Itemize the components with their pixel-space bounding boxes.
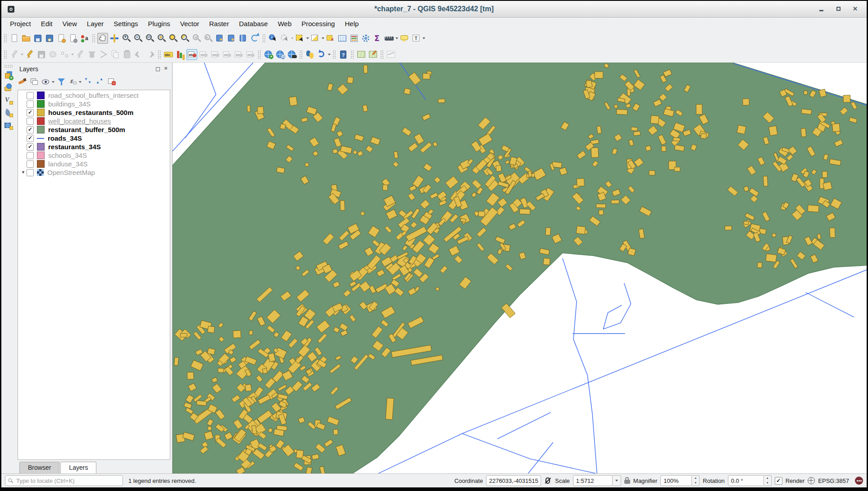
toolbar-handle[interactable] [92,34,95,43]
toggle-editing-button[interactable] [24,49,35,60]
close-button[interactable] [852,5,859,13]
layer-row[interactable]: ✓restaurant_buffer_500m [18,125,170,134]
layer-row[interactable]: road_school_buffers_intersect [18,91,170,100]
layer-swatch[interactable] [37,100,45,108]
toolbar-handle[interactable] [262,34,266,43]
change-label-button[interactable] [245,49,256,60]
menu-project[interactable]: Project [5,18,36,29]
lock-scale-icon[interactable] [624,477,630,484]
move-label-button[interactable] [222,49,232,60]
save-project-button[interactable] [32,33,43,44]
minimize-button[interactable] [818,5,825,13]
menu-edit[interactable]: Edit [36,18,58,29]
menu-vector[interactable]: Vector [175,18,205,29]
close-panel-icon[interactable] [164,66,169,72]
menu-raster[interactable]: Raster [204,18,234,29]
layer-checkbox[interactable] [27,161,34,168]
maximize-button[interactable] [835,5,842,13]
zoom-in-button[interactable] [121,33,132,44]
vertex-tool-button[interactable] [59,49,70,60]
layer-diagram-button[interactable] [175,49,186,60]
expand-all-button[interactable] [83,77,93,87]
layer-checkbox[interactable]: ✓ [27,126,34,133]
zoom-full-button[interactable] [156,33,167,44]
undo-button[interactable] [133,49,144,60]
layer-checkbox[interactable] [27,152,34,159]
collapse-all-button[interactable] [95,77,105,87]
highlight-pinned-labels-button[interactable] [198,49,209,60]
map-canvas[interactable] [173,63,867,473]
crs-status[interactable]: EPSG:3857 [818,477,849,484]
layer-swatch[interactable] [37,109,45,116]
open-project-button[interactable] [21,33,32,44]
layer-row[interactable]: landuse_34S [18,160,170,168]
zoom-to-layer-button[interactable] [179,33,190,44]
layer-checkbox[interactable] [27,92,34,99]
layer-swatch[interactable] [37,160,45,168]
select-by-form-button[interactable] [310,33,321,44]
new-spatial-bookmark-button[interactable] [214,33,225,44]
osm-style-button[interactable] [368,49,378,60]
show-hide-labels-button[interactable] [210,49,221,60]
metasearch-button[interactable] [286,49,297,60]
layer-checkbox[interactable]: ✓ [27,135,34,142]
field-calculator-button[interactable] [349,33,359,44]
locate-input[interactable] [15,477,120,485]
map-svg[interactable] [173,63,867,473]
open-layer-styling-button[interactable] [18,77,27,87]
scale-dropdown-button[interactable] [613,475,621,486]
menu-view[interactable]: View [58,18,82,29]
undock-panel-icon[interactable] [155,66,161,72]
menu-processing[interactable]: Processing [296,18,340,29]
layer-row[interactable]: ▼OpenStreetMap [18,168,170,177]
layer-swatch[interactable] [37,117,45,125]
filter-legend-button[interactable] [56,77,66,87]
pin-labels-button[interactable] [186,49,197,60]
toolbar-handle[interactable] [158,50,161,59]
run-feature-action-button[interactable] [279,33,290,44]
layer-checkbox[interactable] [27,118,34,125]
scale-combo[interactable]: 1:5712 [573,475,613,486]
magnifier-field[interactable]: 100% [660,475,692,486]
layer-checkbox[interactable]: ✓ [27,109,34,116]
rotation-field[interactable]: 0.0 ° [728,475,764,486]
toolbar-handle[interactable] [258,50,261,59]
new-print-layout-button[interactable] [56,33,67,44]
toolbar-handle[interactable] [380,50,384,59]
menu-settings[interactable]: Settings [109,18,143,29]
rotate-label-button[interactable] [233,49,244,60]
new-scratch-layer-button[interactable] [3,108,14,119]
manage-map-themes-button[interactable] [41,77,51,87]
add-group-button[interactable] [29,77,39,87]
processing-history-button[interactable] [316,49,327,60]
map-tips-button[interactable] [399,33,410,44]
layer-row[interactable]: schools_34S [18,151,170,160]
measure-button[interactable] [384,33,395,44]
open-attribute-table-button[interactable] [337,33,348,44]
metasearch-quick-button[interactable] [275,49,286,60]
zoom-out-button[interactable] [132,33,143,44]
copy-features-button[interactable] [110,49,121,60]
save-layer-edits-button[interactable] [36,49,47,60]
zoom-last-button[interactable] [191,33,202,44]
title-bar[interactable]: *chapter_7 - QGIS 9e45223d42 [tm] [1,1,867,18]
osm-place-search-button[interactable] [356,49,367,60]
locate-bar[interactable] [5,475,123,486]
zoom-native-button[interactable] [144,33,155,44]
rotation-spinner[interactable]: ▲▼ [764,475,772,486]
processing-toolbox-button[interactable] [360,33,371,44]
style-manager-button[interactable] [79,33,90,44]
toolbar-handle[interactable] [350,50,354,59]
new-project-button[interactable] [9,33,20,44]
layer-checkbox[interactable]: ✓ [27,143,34,151]
pan-map-button[interactable] [97,33,108,44]
toolbar-handle[interactable] [4,50,7,59]
layer-expander[interactable]: ▼ [20,168,27,177]
pan-to-selection-button[interactable] [109,33,120,44]
delete-selected-button[interactable] [86,49,97,60]
menu-layer[interactable]: Layer [82,18,109,29]
zoom-to-selection-button[interactable] [168,33,178,44]
tab-browser[interactable]: Browser [19,462,59,473]
crs-globe-icon[interactable] [808,477,815,484]
cut-features-button[interactable] [98,49,109,60]
